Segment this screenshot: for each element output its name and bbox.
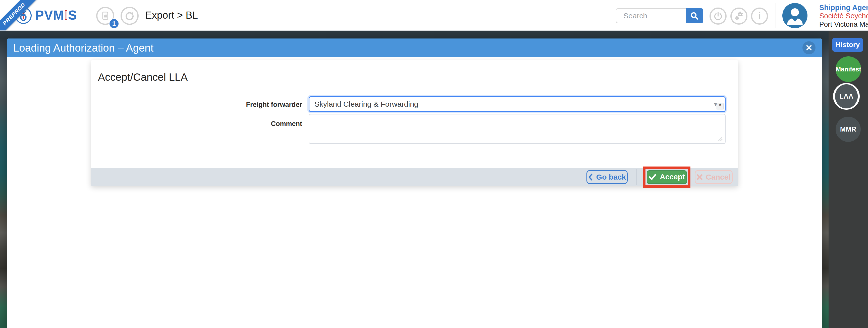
x-icon <box>697 174 703 180</box>
settings-button[interactable] <box>731 7 747 25</box>
step-mmr[interactable]: MMR <box>836 117 861 142</box>
refresh-button[interactable] <box>121 7 138 25</box>
modal-header: Loading Authorization – Agent <box>7 38 822 57</box>
step-laa[interactable]: LAA <box>835 84 858 108</box>
document-icon <box>99 10 111 22</box>
brand-name-prefix: PVM <box>35 8 64 22</box>
brand-name: PVMIS <box>35 0 77 30</box>
cancel-label: Cancel <box>706 173 731 181</box>
loading-authorization-modal: Loading Authorization – Agent Accept/Can… <box>7 38 822 328</box>
app-header: PREPROD PVMIS 1 <box>0 0 868 31</box>
footer-divider <box>637 169 637 185</box>
brand-name-i: I <box>64 8 68 22</box>
user-avatar[interactable] <box>782 3 807 28</box>
step-manifest[interactable]: Manifest <box>836 56 861 82</box>
accept-cancel-card: Accept/Cancel LLA Freight forwarder Skyl… <box>91 60 738 186</box>
chevron-left-icon <box>588 173 593 181</box>
go-back-label: Go back <box>596 173 626 181</box>
user-organization: Port Victoria Managem <box>819 20 868 28</box>
annotation-highlight: Accept <box>643 166 690 188</box>
accept-button[interactable]: Accept <box>647 170 687 184</box>
modal-body: Accept/Cancel LLA Freight forwarder Skyl… <box>7 57 822 328</box>
required-marker: * <box>717 103 723 110</box>
search-button[interactable] <box>686 8 703 23</box>
card-title: Accept/Cancel LLA <box>98 71 188 83</box>
close-icon <box>806 45 812 51</box>
go-back-button[interactable]: Go back <box>586 170 628 184</box>
power-icon <box>713 11 723 21</box>
freight-forwarder-label: Freight forwarder <box>91 101 302 109</box>
environment-ribbon: PREPROD <box>0 0 41 30</box>
brand-name-suffix: S <box>68 8 77 22</box>
info-icon: i <box>758 11 761 22</box>
search-box <box>616 8 703 23</box>
info-button[interactable]: i <box>751 7 768 25</box>
documents-count: 1 <box>112 20 116 28</box>
freight-forwarder-select[interactable]: Skyland Clearing & Forwarding ▼ * <box>309 96 725 112</box>
toolbar-section: 1 Export > BL <box>90 0 230 30</box>
user-info: Shipping Agent Société Seychelloise De P… <box>819 3 868 28</box>
comment-label: Comment <box>91 120 302 128</box>
check-icon <box>649 173 656 180</box>
modal-title: Loading Authorization – Agent <box>13 42 153 54</box>
user-role: Shipping Agent <box>819 3 868 12</box>
history-button[interactable]: History <box>832 38 863 52</box>
gears-icon <box>733 10 744 22</box>
step-laa-active-ring[interactable]: LAA <box>833 83 860 110</box>
documents-count-badge: 1 <box>109 18 119 29</box>
breadcrumb: Export > BL <box>145 0 198 30</box>
accept-label: Accept <box>660 172 685 181</box>
brand-section: PREPROD PVMIS <box>0 0 90 30</box>
comment-textarea[interactable] <box>309 114 725 144</box>
user-company: Société Seychelloise De <box>819 12 868 20</box>
logout-button[interactable] <box>710 7 726 25</box>
search-input[interactable] <box>616 8 686 23</box>
search-icon <box>689 11 700 21</box>
person-icon <box>782 3 807 28</box>
workflow-rail: History Manifest LAA MMR <box>829 31 868 328</box>
modal-close-button[interactable] <box>802 41 815 54</box>
freight-forwarder-value: Skyland Clearing & Forwarding <box>314 100 418 108</box>
cancel-button[interactable]: Cancel <box>695 170 733 184</box>
card-footer: Go back Accept Cancel <box>91 168 738 186</box>
refresh-icon <box>124 10 135 22</box>
